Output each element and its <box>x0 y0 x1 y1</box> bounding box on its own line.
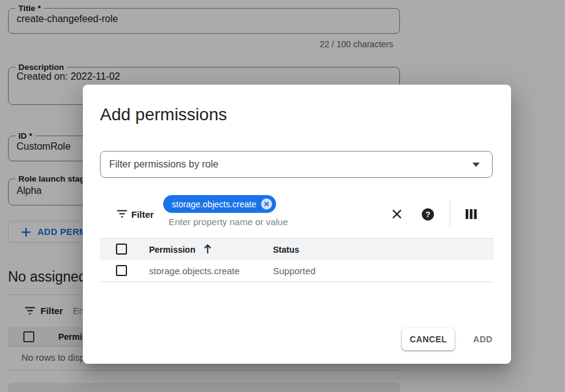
columns-icon <box>465 209 477 220</box>
cancel-button[interactable]: CANCEL <box>402 328 455 350</box>
filter-chip-label: storage.objects.create <box>172 199 256 209</box>
help-icon: ? <box>421 208 434 221</box>
row-checkbox[interactable] <box>116 265 127 276</box>
column-header-permission[interactable]: Permission <box>149 245 195 255</box>
add-permissions-dialog: Add permissions Filter permissions by ro… <box>83 85 511 364</box>
chip-remove-icon[interactable] <box>261 198 272 210</box>
toolbar-divider <box>450 201 450 228</box>
role-filter-dropdown[interactable]: Filter permissions by role <box>100 151 493 178</box>
dialog-title: Add permissions <box>100 105 227 125</box>
filter-icon-wrap[interactable] <box>117 209 128 221</box>
table-row[interactable]: storage.objects.create Supported <box>100 260 494 282</box>
toolbar-filter-label: Filter <box>131 209 154 220</box>
role-filter-placeholder: Filter permissions by role <box>109 159 472 170</box>
select-all-checkbox[interactable] <box>116 244 127 255</box>
svg-text:?: ? <box>425 210 430 219</box>
filter-input[interactable] <box>169 215 371 228</box>
cell-status: Supported <box>273 266 315 276</box>
sort-ascending-icon[interactable] <box>203 244 212 255</box>
filter-chip[interactable]: storage.objects.create <box>163 195 276 213</box>
cell-permission: storage.objects.create <box>149 266 240 276</box>
filter-icon <box>117 209 128 218</box>
filter-help-button[interactable]: ? <box>417 203 439 225</box>
clear-filters-button[interactable] <box>386 203 408 225</box>
column-header-status[interactable]: Status <box>273 245 299 255</box>
column-display-button[interactable] <box>460 203 482 225</box>
chevron-down-icon <box>472 163 480 167</box>
add-button[interactable]: ADD <box>466 328 500 350</box>
close-icon <box>391 208 403 220</box>
permissions-table-header: Permission Status <box>100 238 494 260</box>
